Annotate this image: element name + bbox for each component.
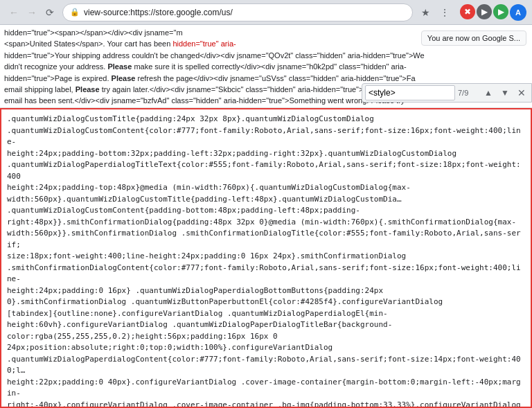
profile-button[interactable]: A [510, 4, 526, 21]
ext-icon-3[interactable]: ▶ [493, 4, 508, 19]
url-text: view-source:https://store.google.com/us/ [84, 8, 405, 17]
forward-button[interactable]: → [24, 4, 40, 21]
find-close-button[interactable]: ✕ [515, 86, 529, 100]
text-line-4: didn't recognize your address. Please ma… [4, 62, 528, 72]
ext-icon-2[interactable]: ▶ [477, 4, 492, 19]
reload-button[interactable]: ⟳ [42, 4, 58, 21]
find-next-button[interactable]: ▼ [498, 86, 512, 100]
text-line-3: hidden="true">Your shipping address coul… [4, 51, 528, 61]
find-input[interactable] [365, 85, 455, 100]
browser-actions: ★ ⋮ [417, 4, 453, 21]
lock-icon: 🔒 [70, 8, 80, 17]
find-count: 7/9 [458, 89, 479, 97]
browser-toolbar: ← → ⟳ 🔒 view-source:https://store.google… [0, 0, 532, 25]
nav-buttons: ← → ⟳ [6, 4, 58, 21]
find-prev-button[interactable]: ▲ [481, 86, 495, 100]
source-code-area[interactable]: .quantumWizDialogCustomTitle{padding:24p… [0, 108, 532, 408]
page-content: You are now on Google S... hidden="true"… [0, 25, 532, 408]
extension-icons: ✖ ▶ ▶ A [460, 4, 526, 21]
address-bar[interactable]: 🔒 view-source:https://store.google.com/u… [62, 3, 413, 21]
info-bubble: You are now on Google S... [421, 30, 526, 46]
text-line-5: hidden="true">Page is expired. Please re… [4, 73, 528, 84]
find-toolbar: 7/9 ▲ ▼ ✕ [362, 83, 532, 103]
back-button[interactable]: ← [6, 4, 22, 21]
ext-icon-1[interactable]: ✖ [460, 4, 475, 19]
settings-button[interactable]: ⋮ [436, 4, 453, 21]
bookmark-button[interactable]: ★ [417, 4, 434, 21]
